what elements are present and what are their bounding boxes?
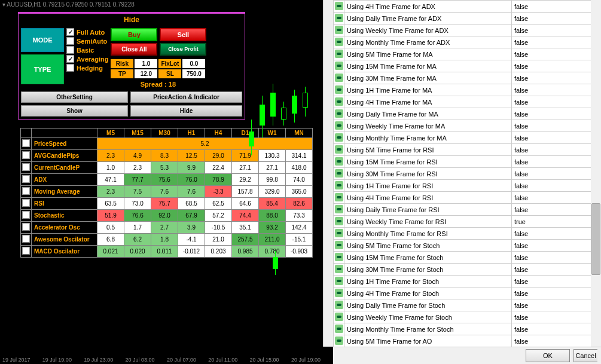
tp-input[interactable]: 12.0 [135,69,157,78]
prop-row[interactable]: Using 30M Time Frame for RSIfalse [334,168,601,180]
prop-row[interactable]: Using Daily Time Frame for RSIfalse [334,204,601,216]
prop-row[interactable]: Using 4H Time Frame for ADXfalse [334,1,601,13]
chart-scrollbar[interactable] [323,0,333,347]
prop-row[interactable]: Using 1H Time Frame for RSIfalse [334,180,601,192]
othersetting-button[interactable]: OtherSetting [21,91,128,103]
closeprofit-button[interactable]: Close Profit [160,43,206,56]
prop-icon [335,109,343,118]
prop-icon [335,265,343,273]
prop-row[interactable]: Using 4H Time Frame for MAfalse [334,96,601,108]
prop-row[interactable]: Using 4H Time Frame for RSIfalse [334,192,601,204]
prop-icon [335,169,343,178]
prop-icon [335,229,343,237]
row-label: MACD Oscilator [32,246,97,258]
prop-row[interactable]: Using Monthly Time Frame for Stochfalse [334,323,601,335]
price-header: ▾ AUDUSD,H1 0.79215 0.79250 0.79151 0.79… [0,0,323,9]
dialog-buttons: OK Cancel [333,347,601,364]
averaging-checkbox[interactable] [66,55,74,63]
prop-row[interactable]: Using Daily Time Frame for Stochfalse [334,299,601,311]
prop-icon [335,133,343,142]
prop-icon [335,253,343,261]
hide-bar[interactable]: Hide [19,14,245,26]
semiauto-checkbox[interactable] [66,37,74,45]
row-label: Stochastic [32,210,97,222]
basic-checkbox[interactable] [66,46,74,54]
type-button[interactable]: TYPE [21,54,64,84]
prop-row[interactable]: Using Weekly Time Frame for RSItrue [334,216,601,228]
show-button[interactable]: Show [21,105,128,117]
prop-row[interactable]: Using 15M Time Frame for RSIfalse [334,156,601,168]
cancel-button[interactable]: Cancel [573,349,597,362]
candlestick-chart [251,72,323,347]
mode-button[interactable]: MODE [21,28,64,52]
prop-row[interactable]: Using 5M Time Frame for RSIfalse [334,144,601,156]
row-label: AVGCandlePips [32,150,97,162]
row-checkbox[interactable] [22,139,30,147]
prop-row[interactable]: Using 1H Time Frame for MAfalse [334,84,601,96]
prop-icon [335,14,343,22]
symbol-label: AUDUSD,H1 [7,1,41,8]
row-label: Awesome Oscilator [32,234,97,246]
prop-icon [335,2,343,10]
row-checkbox[interactable] [22,235,30,243]
prop-icon [335,325,343,333]
prop-row[interactable]: Using 30M Time Frame for Stochfalse [334,264,601,276]
row-checkbox[interactable] [22,175,30,183]
prop-row[interactable]: Using 15M Time Frame for MAfalse [334,60,601,72]
prop-row[interactable]: Using 5M Time Frame for Stochfalse [334,240,601,252]
prop-icon [335,337,343,345]
prop-icon [335,62,343,70]
row-checkbox[interactable] [22,247,30,255]
priceaction-button[interactable]: PriceAction & Indicator [130,91,242,103]
row-checkbox[interactable] [22,163,30,171]
row-checkbox[interactable] [22,199,30,207]
prop-icon [335,313,343,321]
prop-icon [335,145,343,154]
sell-button[interactable]: Sell [160,28,206,41]
prop-row[interactable]: Using Daily Time Frame for ADXfalse [334,13,601,25]
risk-input[interactable]: 1.0 [135,59,157,68]
prop-row[interactable]: Using 1H Time Frame for Stochfalse [334,276,601,287]
prop-icon [335,205,343,213]
buy-button[interactable]: Buy [111,28,157,41]
row-label: Moving Average [32,186,97,198]
prop-icon [335,74,343,82]
prop-row[interactable]: Using 4H Time Frame for Stochfalse [334,287,601,299]
prop-row[interactable]: Using 30M Time Frame for MAfalse [334,72,601,84]
props-scrollbar[interactable] [591,0,601,347]
closeall-button[interactable]: Close All [111,43,157,56]
prop-icon [335,193,343,201]
prop-icon [335,50,343,58]
prop-icon [335,85,343,94]
row-checkbox[interactable] [22,223,30,231]
prop-icon [335,289,343,297]
row-checkbox[interactable] [22,151,30,159]
row-checkbox[interactable] [22,187,30,195]
prop-row[interactable]: Using 15M Time Frame for Stochfalse [334,252,601,264]
prop-row[interactable]: Using Monthly Time Frame for MAfalse [334,132,601,144]
prop-row[interactable]: Using 5M Time Frame for AOfalse [334,335,601,347]
row-checkbox[interactable] [22,211,30,219]
prop-row[interactable]: Using Monthly Time Frame for ADXfalse [334,36,601,48]
prop-row[interactable]: Using Monthly Time Frame for RSIfalse [334,228,601,240]
prop-row[interactable]: Using Weekly Time Frame for ADXfalse [334,25,601,36]
fullauto-checkbox[interactable] [66,28,74,36]
prop-icon [335,241,343,249]
prop-row[interactable]: Using Daily Time Frame for MAfalse [334,108,601,120]
properties-panel: Using 4H Time Frame for ADXfalseUsing Da… [333,0,601,347]
row-label: RSI [32,198,97,210]
prop-icon [335,277,343,285]
prop-row[interactable]: Using 5M Time Frame for MAfalse [334,48,601,60]
prop-icon [335,121,343,130]
hedging-checkbox[interactable] [66,64,74,72]
hide2-button[interactable]: Hide [130,105,242,117]
prop-icon [335,301,343,309]
prop-row[interactable]: Using Weekly Time Frame for Stochfalse [334,311,601,323]
fixlot-input[interactable]: 0.0 [182,59,205,68]
prop-icon [335,38,343,46]
prop-icon [335,97,343,106]
ok-button[interactable]: OK [526,349,570,362]
prop-row[interactable]: Using Weekly Time Frame for MAfalse [334,120,601,132]
sl-input[interactable]: 750.0 [182,69,205,78]
spread-label: Spread : 18 [111,79,205,89]
